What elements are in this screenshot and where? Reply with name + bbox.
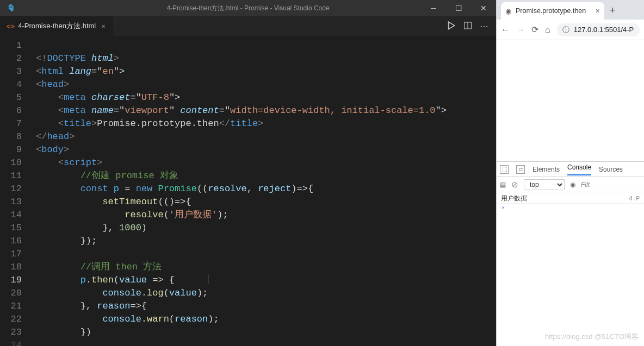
- more-icon[interactable]: ⋯: [480, 21, 488, 32]
- browser-toolbar: ← → ⟳ ⌂ ⓘ 127.0.0.1:5501/4-P: [497, 20, 644, 40]
- home-icon[interactable]: ⌂: [545, 25, 550, 35]
- devtools-panel[interactable]: ⬚ ▭ Elements Console Sources ▤ ⊘ top ◉ F…: [497, 161, 644, 346]
- device-icon[interactable]: ▭: [516, 165, 525, 174]
- tab-elements[interactable]: Elements: [532, 166, 560, 173]
- clear-icon[interactable]: ⊘: [511, 180, 518, 190]
- text-cursor: [208, 274, 208, 284]
- sidebar-icon[interactable]: ▤: [500, 181, 506, 188]
- code-content[interactable]: <!DOCTYPE html> <html lang="en"> <head> …: [29, 36, 496, 346]
- filter-input[interactable]: Filt: [581, 181, 590, 188]
- context-select[interactable]: top: [524, 179, 565, 190]
- reload-icon[interactable]: ⟳: [531, 24, 538, 35]
- info-icon[interactable]: ⓘ: [562, 25, 569, 35]
- console-source[interactable]: 4-P: [629, 195, 640, 202]
- page-content: ⬚ ▭ Elements Console Sources ▤ ⊘ top ◉ F…: [497, 40, 644, 346]
- line-gutter: 123456789 101112131415161718 19202122232…: [0, 36, 29, 346]
- console-prompt[interactable]: ›: [497, 204, 644, 211]
- browser-tabbar: ◉ Promise.prototype.then × +: [497, 0, 644, 20]
- tab-console[interactable]: Console: [567, 163, 591, 175]
- inspect-icon[interactable]: ⬚: [500, 165, 509, 174]
- console-toolbar: ▤ ⊘ top ◉ Filt: [497, 177, 644, 192]
- editor-tabbar: <> 4-Promise-then方法.html × ⋯: [0, 16, 496, 36]
- console-output[interactable]: 用户数据 4-P ›: [497, 192, 644, 346]
- editor-tab[interactable]: <> 4-Promise-then方法.html ×: [0, 16, 113, 36]
- tab-filename: 4-Promise-then方法.html: [18, 21, 96, 31]
- globe-icon: ◉: [505, 7, 511, 15]
- console-row[interactable]: 用户数据 4-P: [497, 193, 644, 204]
- console-message: 用户数据: [501, 194, 527, 203]
- close-icon[interactable]: ×: [101, 22, 106, 30]
- browser-tab[interactable]: ◉ Promise.prototype.then ×: [501, 2, 604, 20]
- browser-tab-title: Promise.prototype.then: [516, 7, 586, 15]
- browser-window: ◉ Promise.prototype.then × + ← → ⟳ ⌂ ⓘ 1…: [496, 0, 644, 346]
- close-icon[interactable]: ×: [596, 7, 600, 15]
- vscode-window: 4-Promise-then方法.html - Promise - Visual…: [0, 0, 496, 346]
- live-expr-icon[interactable]: ◉: [570, 181, 575, 188]
- new-tab-button[interactable]: +: [604, 2, 621, 20]
- address-bar[interactable]: ⓘ 127.0.0.1:5501/4-P: [557, 23, 640, 36]
- tab-sources[interactable]: Sources: [599, 166, 623, 173]
- devtools-tabs: ⬚ ▭ Elements Console Sources: [497, 162, 644, 177]
- url-text: 127.0.0.1:5501/4-P: [574, 26, 634, 34]
- split-editor-icon[interactable]: [463, 21, 472, 32]
- html-file-icon: <>: [7, 22, 15, 30]
- editor-actions: ⋯: [446, 16, 496, 36]
- back-icon[interactable]: ←: [501, 25, 510, 35]
- window-title: 4-Promise-then方法.html - Promise - Visual…: [0, 4, 496, 13]
- code-editor[interactable]: 123456789 101112131415161718 19202122232…: [0, 36, 496, 346]
- vscode-titlebar[interactable]: 4-Promise-then方法.html - Promise - Visual…: [0, 0, 496, 16]
- forward-icon[interactable]: →: [516, 25, 525, 35]
- watermark: https://blog.csd @51CTO博客: [545, 332, 639, 342]
- run-icon[interactable]: [446, 21, 456, 32]
